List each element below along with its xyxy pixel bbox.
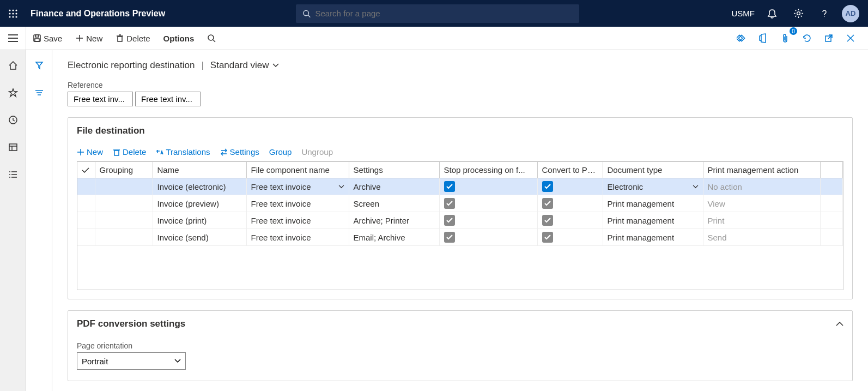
plus-icon bbox=[77, 148, 84, 156]
cell-stop[interactable] bbox=[439, 195, 537, 212]
grid-translations-button[interactable]: Translations bbox=[156, 147, 210, 157]
grid-new-button[interactable]: New bbox=[77, 147, 103, 157]
popout-icon[interactable] bbox=[820, 29, 837, 47]
main-content: Electronic reporting destination | Stand… bbox=[52, 50, 868, 391]
global-search[interactable] bbox=[296, 4, 579, 23]
col-doctype[interactable]: Document type bbox=[603, 162, 703, 178]
reference-label: Reference bbox=[68, 81, 853, 89]
cell-settings[interactable]: Email; Archive bbox=[349, 229, 439, 246]
cell-convert[interactable] bbox=[537, 178, 603, 195]
favorites-icon[interactable] bbox=[4, 84, 22, 101]
checkbox[interactable] bbox=[542, 232, 553, 243]
grid-delete-button[interactable]: Delete bbox=[113, 147, 146, 157]
app-launcher-icon[interactable] bbox=[0, 9, 26, 19]
workspace-icon[interactable] bbox=[4, 139, 22, 156]
user-avatar[interactable]: AD bbox=[842, 5, 859, 22]
left-nav-rail bbox=[0, 50, 26, 391]
notification-icon[interactable] bbox=[763, 5, 781, 22]
svg-point-6 bbox=[9, 16, 10, 17]
reference-value-1[interactable]: Free text inv... bbox=[68, 92, 133, 106]
cell-component[interactable]: Free text invoice bbox=[246, 195, 349, 212]
translate-icon bbox=[156, 148, 163, 156]
cell-settings[interactable]: Archive; Printer bbox=[349, 212, 439, 229]
help-icon[interactable] bbox=[816, 5, 833, 22]
refresh-icon[interactable] bbox=[798, 29, 816, 47]
svg-point-2 bbox=[15, 9, 17, 11]
cell-component[interactable]: Free text invoice bbox=[246, 178, 349, 195]
cell-convert[interactable] bbox=[537, 212, 603, 229]
cell-stop[interactable] bbox=[439, 229, 537, 246]
checkbox[interactable] bbox=[444, 198, 455, 209]
nav-toggle-icon[interactable] bbox=[0, 27, 26, 50]
close-icon[interactable] bbox=[842, 29, 859, 47]
cell-pmaction[interactable]: No action bbox=[703, 178, 820, 195]
cell-stop[interactable] bbox=[439, 212, 537, 229]
cell-settings[interactable]: Archive bbox=[349, 178, 439, 195]
view-selector[interactable]: Standard view bbox=[210, 60, 279, 71]
checkbox[interactable] bbox=[444, 215, 455, 226]
col-convert[interactable]: Convert to PDF bbox=[537, 162, 603, 178]
checkbox[interactable] bbox=[542, 181, 553, 192]
cell-stop[interactable] bbox=[439, 178, 537, 195]
reference-value-2[interactable]: Free text inv... bbox=[135, 92, 201, 106]
cell-name[interactable]: Invoice (send) bbox=[153, 229, 246, 246]
svg-point-9 bbox=[304, 10, 309, 16]
svg-point-11 bbox=[797, 12, 800, 15]
col-settings[interactable]: Settings bbox=[349, 162, 439, 178]
cell-component[interactable]: Free text invoice bbox=[246, 229, 349, 246]
col-component[interactable]: File component name bbox=[246, 162, 349, 178]
checkbox[interactable] bbox=[444, 181, 455, 192]
cell-component[interactable]: Free text invoice bbox=[246, 212, 349, 229]
col-stop[interactable]: Stop processing on f... bbox=[439, 162, 537, 178]
table-row[interactable]: Invoice (print) Free text invoice Archiv… bbox=[77, 212, 843, 229]
new-button[interactable]: New bbox=[70, 31, 108, 46]
filter-icon[interactable] bbox=[31, 57, 48, 74]
diamond-icon[interactable] bbox=[733, 29, 750, 47]
cell-name[interactable]: Invoice (preview) bbox=[153, 195, 246, 212]
cell-pmaction[interactable]: Send bbox=[703, 229, 820, 246]
cell-name[interactable]: Invoice (electronic) bbox=[153, 178, 246, 195]
save-button[interactable]: Save bbox=[27, 31, 68, 46]
orientation-label: Page orientation bbox=[77, 341, 843, 350]
cell-doctype[interactable]: Print management bbox=[603, 195, 703, 212]
home-icon[interactable] bbox=[4, 57, 22, 74]
checkbox[interactable] bbox=[542, 198, 553, 209]
grid-group-button[interactable]: Group bbox=[269, 147, 292, 157]
modules-icon[interactable] bbox=[4, 166, 22, 183]
grid-settings-button[interactable]: Settings bbox=[220, 147, 259, 157]
recent-icon[interactable] bbox=[4, 111, 22, 129]
search-input[interactable] bbox=[315, 9, 573, 18]
trash-icon bbox=[113, 148, 120, 156]
col-name[interactable]: Name bbox=[153, 162, 246, 178]
table-row[interactable]: Invoice (electronic) Free text invoice A… bbox=[77, 178, 843, 195]
select-all-header[interactable] bbox=[77, 162, 95, 178]
svg-point-7 bbox=[12, 16, 14, 17]
cell-doctype[interactable]: Electronic bbox=[603, 178, 703, 195]
office-icon[interactable] bbox=[755, 29, 772, 47]
checkbox[interactable] bbox=[542, 215, 553, 226]
collapse-icon[interactable] bbox=[836, 321, 843, 327]
checkbox[interactable] bbox=[444, 232, 455, 243]
svg-point-0 bbox=[9, 9, 10, 11]
file-destination-panel: File destination New Delete Translations… bbox=[68, 117, 853, 299]
cell-doctype[interactable]: Print management bbox=[603, 229, 703, 246]
attachments-button[interactable]: 0 bbox=[776, 29, 794, 47]
cell-name[interactable]: Invoice (print) bbox=[153, 212, 246, 229]
col-pmaction[interactable]: Print management action bbox=[703, 162, 820, 178]
settings-icon[interactable] bbox=[790, 5, 807, 22]
entity-code[interactable]: USMF bbox=[732, 9, 755, 18]
cell-doctype[interactable]: Print management bbox=[603, 212, 703, 229]
action-search-button[interactable] bbox=[202, 31, 221, 46]
delete-button[interactable]: Delete bbox=[110, 31, 155, 46]
cell-convert[interactable] bbox=[537, 195, 603, 212]
table-row[interactable]: Invoice (preview) Free text invoice Scre… bbox=[77, 195, 843, 212]
options-button[interactable]: Options bbox=[158, 31, 200, 46]
table-row[interactable]: Invoice (send) Free text invoice Email; … bbox=[77, 229, 843, 246]
orientation-select[interactable]: Portrait bbox=[77, 352, 186, 370]
cell-pmaction[interactable]: View bbox=[703, 195, 820, 212]
cell-convert[interactable] bbox=[537, 229, 603, 246]
col-grouping[interactable]: Grouping bbox=[95, 162, 153, 178]
related-icon[interactable] bbox=[31, 84, 48, 101]
cell-settings[interactable]: Screen bbox=[349, 195, 439, 212]
cell-pmaction[interactable]: Print bbox=[703, 212, 820, 229]
